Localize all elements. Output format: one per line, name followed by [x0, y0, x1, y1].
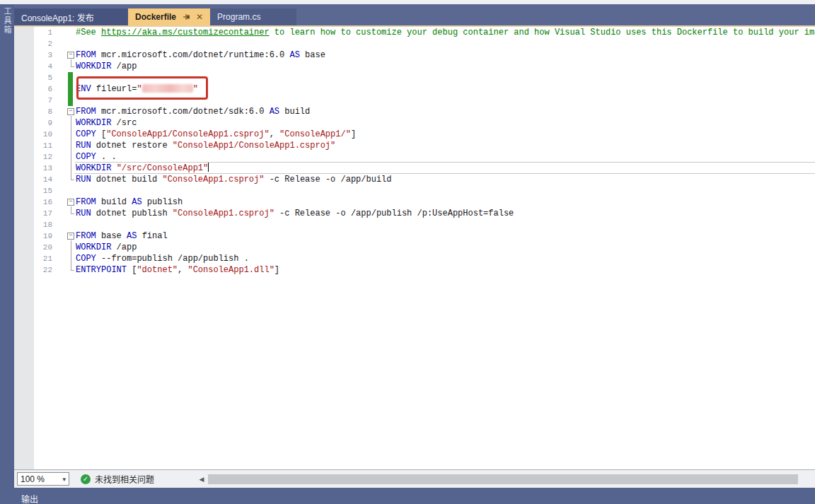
code-text: ENTRYPOINT ["dotnet", "ConsoleApp1.dll"] [76, 264, 279, 276]
code-line[interactable]: 16−FROM build AS publish [14, 197, 815, 208]
line-number: 2 [34, 38, 52, 49]
line-number: 22 [34, 264, 52, 276]
code-line[interactable]: 11RUN dotnet restore "ConsoleApp1/Consol… [14, 140, 815, 151]
code-text: COPY --from=publish /app/publish . [76, 253, 249, 264]
fold-collapse-icon[interactable]: − [67, 233, 74, 240]
code-text: RUN dotnet restore "ConsoleApp1/ConsoleA… [76, 140, 335, 151]
code-line[interactable]: 9WORKDIR /src [14, 117, 815, 129]
fold-guide-line [71, 116, 71, 180]
fold-guide-tick [71, 213, 74, 214]
editor-area[interactable]: 1#See https://aka.ms/customizecontainer … [14, 27, 815, 469]
check-icon: ✓ [81, 474, 91, 484]
fold-guide-line [71, 206, 71, 213]
line-number: 5 [34, 72, 52, 83]
tab-label: ConsoleApp1: 发布 [21, 11, 94, 23]
code-line[interactable]: 20WORKDIR /app [14, 242, 815, 253]
pin-icon[interactable] [183, 13, 191, 21]
code-text: FROM mcr.microsoft.com/dotnet/sdk:6.0 AS… [76, 106, 310, 117]
health-message: 未找到相关问题 [95, 473, 154, 485]
tab-program-cs[interactable]: Program.cs [210, 8, 296, 25]
code-text: #See https://aka.ms/customizecontainer t… [76, 27, 815, 38]
zoom-level-select[interactable]: 100 % ▾ [17, 472, 69, 486]
line-number: 8 [34, 106, 52, 117]
code-text: FROM build AS publish [76, 197, 183, 208]
fold-collapse-icon[interactable]: − [67, 199, 74, 206]
line-number: 20 [34, 242, 52, 253]
line-number: 14 [34, 174, 52, 185]
line-number: 13 [34, 163, 52, 174]
output-panel-title[interactable]: 输出 [21, 493, 38, 504]
tab-dockerfile[interactable]: Dockerfile ✕ [128, 8, 210, 25]
line-number: 12 [34, 151, 52, 163]
change-tracking-bar [68, 72, 73, 106]
chevron-down-icon: ▾ [62, 476, 66, 483]
line-number: 18 [34, 219, 52, 230]
red-highlight-box [76, 76, 208, 100]
toolbox-rail[interactable]: 工具箱 [0, 4, 14, 504]
code-text: COPY ["ConsoleApp1/ConsoleApp1.csproj", … [76, 129, 356, 140]
document-tabstrip: ConsoleApp1: 发布 Dockerfile ✕ Program.cs [14, 4, 815, 27]
code-text: WORKDIR /src [76, 117, 137, 129]
horizontal-scrollbar[interactable]: ◀ [197, 473, 815, 486]
current-line-highlight [75, 162, 815, 174]
line-number: 1 [34, 27, 52, 38]
code-line[interactable]: 21COPY --from=publish /app/publish . [14, 253, 815, 264]
fold-guide-tick [71, 270, 74, 271]
output-panel-header: 输出 [0, 488, 815, 504]
tab-label: Program.cs [217, 12, 260, 22]
line-number: 21 [34, 253, 52, 264]
code-text: RUN dotnet build "ConsoleApp1.csproj" -c… [76, 174, 392, 185]
code-line[interactable]: 3−FROM mcr.microsoft.com/dotnet/runtime:… [14, 49, 815, 61]
line-number: 9 [34, 117, 52, 129]
scroll-left-icon[interactable]: ◀ [197, 476, 207, 483]
tab-consoleapp1-publish[interactable]: ConsoleApp1: 发布 [14, 8, 128, 25]
close-icon[interactable]: ✕ [196, 13, 203, 21]
scrollbar-track[interactable] [207, 474, 815, 484]
zoom-level-value: 100 % [21, 474, 62, 484]
fold-collapse-icon[interactable]: − [67, 108, 74, 115]
line-number: 16 [34, 197, 52, 208]
scrollbar-thumb[interactable] [208, 474, 798, 484]
code-line[interactable]: 12COPY . . [14, 151, 815, 163]
line-number: 11 [34, 140, 52, 151]
document-health-indicator[interactable]: ✓ 未找到相关问题 [81, 473, 154, 485]
line-number: 7 [34, 95, 52, 106]
code-line[interactable]: 10COPY ["ConsoleApp1/ConsoleApp1.csproj"… [14, 129, 815, 140]
fold-guide-tick [71, 180, 74, 180]
code-line[interactable]: 15 [14, 185, 815, 197]
code-text: WORKDIR /app [76, 242, 137, 253]
visual-studio-window: 工具箱 ConsoleApp1: 发布 Dockerfile ✕ Program… [0, 0, 815, 504]
line-number: 4 [34, 61, 52, 72]
line-number: 17 [34, 208, 52, 219]
code-line[interactable]: 2 [14, 38, 815, 49]
line-number: 10 [34, 129, 52, 140]
fold-guide-line [71, 240, 71, 270]
code-text: COPY . . [76, 151, 117, 163]
code-line[interactable]: 14RUN dotnet build "ConsoleApp1.csproj" … [14, 174, 815, 185]
code-line[interactable]: 22ENTRYPOINT ["dotnet", "ConsoleApp1.dll… [14, 264, 815, 276]
code-line[interactable]: 19−FROM base AS final [14, 230, 815, 242]
line-number: 15 [34, 185, 52, 197]
editor-statusbar: 100 % ▾ ✓ 未找到相关问题 ◀ [14, 469, 815, 488]
tab-label: Dockerfile [135, 12, 176, 22]
code-line[interactable]: 17RUN dotnet publish "ConsoleApp1.csproj… [14, 208, 815, 219]
code-text: RUN dotnet publish "ConsoleApp1.csproj" … [76, 208, 514, 219]
code-line[interactable]: 8−FROM mcr.microsoft.com/dotnet/sdk:6.0 … [14, 106, 815, 117]
code-line[interactable]: 4WORKDIR /app [14, 61, 815, 72]
fold-guide-line [71, 59, 71, 66]
toolbox-tab-label[interactable]: 工具箱 [1, 7, 13, 35]
code-line[interactable]: 18 [14, 219, 815, 230]
fold-guide-tick [71, 66, 74, 67]
code-text: FROM mcr.microsoft.com/dotnet/runtime:6.… [76, 49, 325, 61]
fold-collapse-icon[interactable]: − [67, 52, 74, 59]
line-number: 3 [34, 49, 52, 61]
code-text: WORKDIR /app [76, 61, 137, 72]
line-number: 19 [34, 230, 52, 242]
code-line[interactable]: 1#See https://aka.ms/customizecontainer … [14, 27, 815, 38]
line-number: 6 [34, 83, 52, 95]
code-text: FROM base AS final [76, 230, 168, 242]
